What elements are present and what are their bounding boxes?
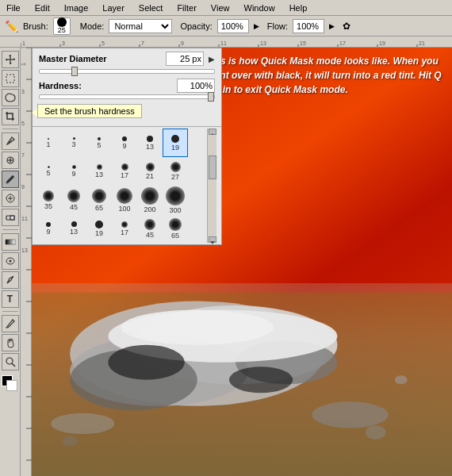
opacity-value[interactable]: 100% bbox=[217, 19, 249, 33]
brush-panel: Master Diameter 25 px ▶ Hardness: 100% bbox=[32, 48, 222, 245]
hardness-slider-track[interactable] bbox=[39, 94, 215, 99]
opacity-arrow[interactable]: ▶ bbox=[254, 22, 259, 30]
move-tool[interactable] bbox=[2, 51, 19, 68]
brush-cell[interactable]: 13 bbox=[61, 214, 86, 243]
flow-label: Flow: bbox=[267, 21, 288, 31]
brush-cell[interactable]: 65 bbox=[163, 214, 188, 243]
svg-point-71 bbox=[108, 345, 184, 380]
svg-point-73 bbox=[366, 425, 386, 440]
brush-cell[interactable]: 5 bbox=[86, 129, 112, 157]
flow-arrow[interactable]: ▶ bbox=[329, 22, 335, 30]
brush-cell[interactable]: 21 bbox=[137, 157, 163, 186]
svg-point-72 bbox=[229, 367, 293, 393]
text-tool[interactable]: T bbox=[2, 290, 19, 308]
diameter-slider-thumb[interactable] bbox=[71, 67, 78, 76]
brush-grid-container: 1359131959131721273545651002003009131917… bbox=[36, 129, 218, 243]
svg-text:19: 19 bbox=[379, 40, 385, 46]
eraser-tool[interactable] bbox=[2, 209, 19, 226]
scroll-thumb[interactable] bbox=[209, 155, 216, 179]
tooltip-container: Set the brush hardness bbox=[33, 102, 221, 126]
hardness-slider-thumb[interactable] bbox=[208, 92, 214, 102]
ruler-horizontal: 1 3 5 7 9 11 13 15 17 19 21 bbox=[0, 36, 452, 48]
svg-point-74 bbox=[63, 436, 78, 446]
lasso-tool[interactable] bbox=[2, 89, 19, 106]
brush-cell[interactable]: 45 bbox=[137, 214, 163, 243]
brush-grid: 1359131959131721273545651002003009131917… bbox=[33, 126, 221, 244]
selection-tool[interactable] bbox=[2, 70, 19, 87]
brush-cell[interactable]: 100 bbox=[112, 186, 137, 214]
gradient-tool[interactable] bbox=[2, 233, 19, 251]
separator-1 bbox=[2, 129, 18, 129]
diameter-arrow[interactable]: ▶ bbox=[209, 55, 215, 63]
master-diameter-value[interactable]: 25 px bbox=[166, 52, 204, 66]
canvas-area: 1 3 5 7 9 11 13 bbox=[21, 48, 452, 476]
brush-cell[interactable]: 19 bbox=[163, 129, 188, 157]
zoom-tool[interactable] bbox=[2, 353, 19, 370]
svg-rect-25 bbox=[6, 75, 14, 83]
brush-cell[interactable]: 9 bbox=[112, 129, 137, 157]
menu-view[interactable]: View bbox=[208, 3, 233, 13]
crop-tool[interactable] bbox=[2, 108, 19, 125]
hardness-row: Hardness: 100% bbox=[33, 77, 221, 94]
hardness-value[interactable]: 100% bbox=[177, 79, 215, 93]
brush-cell[interactable]: 35 bbox=[36, 186, 61, 214]
brush-cell[interactable]: 17 bbox=[112, 157, 137, 186]
brush-cell[interactable]: 19 bbox=[86, 214, 112, 243]
brush-cell[interactable]: 13 bbox=[137, 129, 163, 157]
overlay-text: This is how Quick Mask mode looks like. … bbox=[206, 54, 446, 97]
menu-help[interactable]: Help bbox=[286, 3, 311, 13]
toolbar: ✏️ Brush: 25 Mode: Normal Dissolve Multi… bbox=[0, 16, 452, 36]
eyedropper-tool[interactable] bbox=[2, 132, 19, 150]
svg-text:3: 3 bbox=[62, 40, 65, 46]
menu-edit[interactable]: Edit bbox=[32, 3, 53, 13]
scroll-up-btn[interactable] bbox=[209, 129, 216, 135]
svg-marker-77 bbox=[210, 241, 215, 244]
master-diameter-row: Master Diameter 25 px ▶ bbox=[33, 48, 221, 69]
menu-layer[interactable]: Layer bbox=[99, 3, 128, 13]
svg-point-37 bbox=[6, 358, 13, 364]
brush-preview[interactable]: 25 bbox=[53, 17, 71, 35]
brush-cell[interactable]: 17 bbox=[112, 214, 137, 243]
svg-text:9: 9 bbox=[181, 40, 184, 46]
brush-tool-icon[interactable]: ✏️ bbox=[5, 20, 18, 33]
blur-tool[interactable] bbox=[2, 252, 19, 270]
flow-value[interactable]: 100% bbox=[293, 19, 324, 33]
hand-tool[interactable] bbox=[2, 334, 19, 351]
menu-window[interactable]: Window bbox=[241, 3, 278, 13]
clone-tool[interactable] bbox=[2, 190, 19, 207]
brush-grid-scrollbar[interactable] bbox=[207, 129, 216, 243]
hardness-label: Hardness: bbox=[39, 81, 86, 90]
airbrush-icon[interactable]: ✿ bbox=[343, 21, 350, 32]
path-selection-tool[interactable] bbox=[2, 315, 19, 332]
brush-cell[interactable]: 27 bbox=[163, 157, 188, 186]
menu-filter[interactable]: Filter bbox=[174, 3, 199, 13]
brush-cell[interactable]: 65 bbox=[86, 186, 112, 214]
svg-point-70 bbox=[121, 310, 274, 345]
scroll-down-btn[interactable] bbox=[209, 236, 216, 243]
heal-tool[interactable] bbox=[2, 152, 19, 169]
diameter-slider-track[interactable] bbox=[39, 69, 215, 74]
svg-text:7: 7 bbox=[141, 40, 144, 46]
brush-grid-inner[interactable]: 1359131959131721273545651002003009131917… bbox=[36, 129, 207, 243]
foreground-color[interactable] bbox=[2, 375, 19, 393]
scroll-track bbox=[209, 135, 216, 236]
pen-tool[interactable] bbox=[2, 271, 19, 289]
menu-select[interactable]: Select bbox=[136, 3, 167, 13]
mode-select[interactable]: Normal Dissolve Multiply Screen Overlay bbox=[109, 19, 172, 33]
brush-cell[interactable]: 13 bbox=[86, 157, 112, 186]
brush-cell[interactable]: 45 bbox=[61, 186, 86, 214]
menu-file[interactable]: File bbox=[3, 3, 24, 13]
svg-rect-34 bbox=[6, 240, 15, 244]
menu-image[interactable]: Image bbox=[61, 3, 92, 13]
brush-cell[interactable]: 5 bbox=[36, 157, 61, 186]
brush-cell[interactable]: 9 bbox=[36, 214, 61, 243]
brush-cell[interactable]: 1 bbox=[36, 129, 61, 157]
mode-label: Mode: bbox=[80, 21, 105, 31]
svg-line-38 bbox=[12, 363, 15, 367]
brush-cell[interactable]: 200 bbox=[137, 186, 163, 214]
svg-point-67 bbox=[312, 401, 388, 428]
brush-cell[interactable]: 3 bbox=[61, 129, 86, 157]
brush-tool[interactable] bbox=[2, 171, 19, 188]
brush-cell[interactable]: 300 bbox=[163, 186, 188, 214]
brush-cell[interactable]: 9 bbox=[61, 157, 86, 186]
